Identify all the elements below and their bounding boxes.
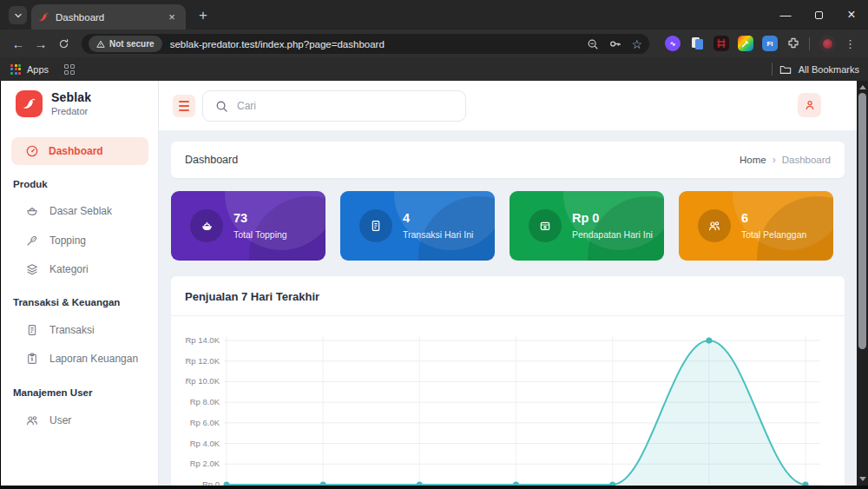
sidebar: Seblak Predator Dashboard Produk Dasar S… [1,81,159,486]
extension-pages-icon[interactable] [689,36,705,51]
extension-fi-icon[interactable]: FI [762,36,778,51]
brand-logo [16,90,43,117]
bookmarks-divider [772,63,773,76]
zoom-icon[interactable] [587,38,599,50]
scroll-up-arrow-icon[interactable] [859,85,866,89]
app-viewport: Seblak Predator Dashboard Produk Dasar S… [0,81,868,486]
users-icon [698,209,731,242]
report-icon [25,352,39,366]
browser-tab-dashboard[interactable]: Dashboard × [31,4,186,30]
stat-label: Total Pelanggan [741,229,806,240]
breadcrumb-card: Dashboard Home › Dashboard [171,142,845,178]
scrollbar-thumb[interactable] [858,93,866,349]
apps-grid-icon[interactable] [10,64,21,75]
back-button[interactable]: ← [7,32,30,55]
breadcrumb: Home › Dashboard [740,154,831,166]
stat-value: 4 [403,211,410,225]
person-icon [804,99,816,111]
maximize-icon [815,11,823,19]
svg-text:Rp 0: Rp 0 [202,479,220,486]
page-title: Dashboard [185,154,740,166]
user-menu-button[interactable] [798,93,821,117]
svg-text:Rp 10.0K: Rp 10.0K [185,376,220,386]
sidebar-section-manajemen-user: Manajemen User [13,387,92,398]
window-close-button[interactable]: × [835,0,868,30]
browser-tabstrip: Dashboard × + — × [0,0,868,30]
svg-text:Rp 6.0K: Rp 6.0K [190,418,220,427]
sales-line-chart: Rp 0Rp 2.0KRp 4.0KRp 6.0KRp 8.0KRp 10.0K… [171,325,845,486]
tab-search-button[interactable] [9,6,27,24]
address-bar[interactable]: Not secure seblak-predator.test/index.ph… [82,34,649,54]
folder-icon [779,64,792,75]
sidebar-item-dasar-seblak[interactable]: Dasar Seblak [11,199,148,223]
bookmark-grid-icon[interactable] [64,64,75,75]
stat-card-total-pelanggan: 6 Total Pelanggan [679,191,833,261]
receipt-icon [359,209,392,242]
speedometer-icon [25,144,39,158]
page-scrollbar[interactable] [857,81,868,486]
extension-purple-icon[interactable]: ∿ [665,36,681,51]
sidebar-toggle-button[interactable] [173,95,195,117]
breadcrumb-home-link[interactable]: Home [740,155,766,165]
svg-text:Rp 8.0K: Rp 8.0K [190,397,220,406]
breadcrumb-current: Dashboard [782,155,831,165]
sidebar-item-label: Transaksi [49,324,95,336]
stat-value: 73 [233,211,247,225]
svg-text:Rp 14.0K: Rp 14.0K [185,335,220,345]
sidebar-item-label: Dashboard [49,145,103,157]
red-glyph [716,38,727,49]
sidebar-item-dashboard[interactable]: Dashboard [11,137,148,165]
menu-kebab-icon[interactable]: ⋮ [845,37,856,50]
cash-icon [529,209,562,242]
stat-label: Pendapatan Hari Ini [572,229,653,240]
browser-toolbar: ← → Not secure seblak-predator.test/inde… [0,30,868,57]
profile-avatar[interactable] [819,35,836,52]
extension-dark-red-icon[interactable] [713,36,729,51]
brand-subtitle: Predator [51,106,91,116]
tab-close-icon[interactable]: × [165,10,179,24]
bowl-icon [25,204,39,218]
scroll-down-arrow-icon[interactable] [859,477,866,481]
sidebar-item-transaksi[interactable]: Transaksi [11,318,148,342]
sidebar-section-transaksi-keuangan: Transaksi & Keuangan [13,297,120,307]
site-favicon-icon [38,11,49,23]
sidebar-item-user[interactable]: User [11,408,148,433]
extensions-puzzle-icon[interactable] [786,36,800,50]
stat-label: Total Topping [233,229,287,240]
stat-card-total-topping: 73 Total Topping [171,191,326,261]
sidebar-item-label: Topping [49,235,86,247]
bowl-icon [190,209,223,242]
new-tab-button[interactable]: + [194,7,212,24]
search-box[interactable] [202,90,466,122]
window-maximize-button[interactable] [802,0,835,30]
security-chip[interactable]: Not secure [89,36,162,52]
eyedropper-glyph [741,39,750,48]
sidebar-item-topping[interactable]: Topping [11,228,148,253]
extension-colorpicker-icon[interactable] [738,36,753,51]
browser-window: Dashboard × + — × ← → Not secure seblak-… [0,0,868,489]
sidebar-item-kategori[interactable]: Kategori [11,257,148,281]
stat-value: 6 [741,211,748,225]
bookmark-star-icon[interactable]: ☆ [631,37,642,51]
url-text[interactable]: seblak-predator.test/index.php?page=dash… [170,39,588,50]
svg-text:Rp 12.0K: Rp 12.0K [185,356,220,366]
window-controls: — × [769,0,868,30]
app-topbar [159,81,857,130]
whisk-icon [25,234,39,248]
brand: Seblak Predator [16,90,91,117]
search-input[interactable] [237,100,437,112]
stat-value: Rp 0 [572,211,599,225]
apps-label[interactable]: Apps [27,64,49,75]
window-minimize-button[interactable]: — [769,0,802,30]
password-key-icon[interactable] [608,37,621,50]
sidebar-item-laporan-keuangan[interactable]: Laporan Keuangan [11,347,148,371]
forward-button[interactable]: → [30,32,52,55]
extensions-row: ∿ FI ⋮ [665,32,856,55]
avatar-glyph [823,39,832,49]
hamburger-icon [179,101,189,102]
reload-button[interactable] [52,32,75,55]
all-bookmarks-label[interactable]: All Bookmarks [799,64,859,75]
warning-icon [96,40,105,49]
sidebar-section-produk: Produk [13,179,48,189]
stat-card-pendapatan-hari-ini: Rp 0 Pendapatan Hari Ini [510,191,664,261]
